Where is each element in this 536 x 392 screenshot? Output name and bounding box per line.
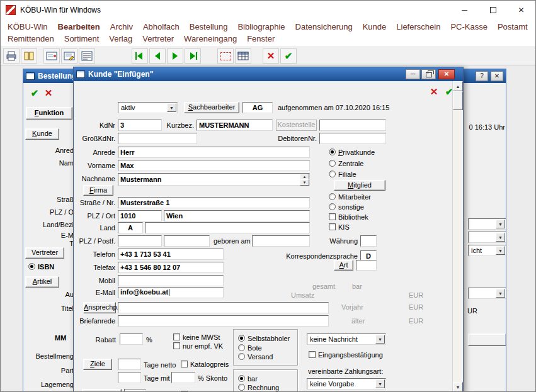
privatkunde-option[interactable]: Privatkunde xyxy=(329,148,375,156)
skonto-prozent-input[interactable] xyxy=(171,372,195,383)
dropdown-icon[interactable]: ▼ xyxy=(496,233,505,242)
menu-wareneingang[interactable]: Wareneingang xyxy=(179,34,242,43)
anrede-input[interactable] xyxy=(118,147,310,158)
menu-pc-kasse[interactable]: PC-Kasse xyxy=(445,22,493,31)
eingangsbestaetigung-option[interactable]: Eingangsbestätigung xyxy=(309,350,383,359)
ansprechpartner-button[interactable]: Ansprechp. xyxy=(83,302,116,313)
kis-option[interactable]: KIS xyxy=(329,223,350,231)
eingangsbestaetigung-checkbox[interactable] xyxy=(309,351,316,358)
menu-archiv[interactable]: Archiv xyxy=(105,22,138,31)
mitarbeiter-option[interactable]: Mitarbeiter xyxy=(329,193,371,201)
land-name-input[interactable] xyxy=(145,222,310,233)
menu-abholfach[interactable]: Abholfach xyxy=(138,22,185,31)
isbn-radio-option[interactable]: ISBN xyxy=(28,262,54,271)
customer-list-button[interactable] xyxy=(79,48,95,64)
keine-mwst-option[interactable]: keine MWSt xyxy=(173,333,220,341)
bestellung-combo-4[interactable]: ▼ xyxy=(468,288,506,299)
dropdown-icon[interactable]: ▼ xyxy=(375,379,385,388)
firma-button[interactable]: Firma xyxy=(83,185,113,196)
sonstige-option[interactable]: sonstige xyxy=(329,203,364,211)
versand-option[interactable]: Versand xyxy=(238,352,273,361)
keine-mwst-checkbox[interactable] xyxy=(173,333,180,340)
bestellung-help-button[interactable]: ? xyxy=(476,71,488,81)
scrollbar-thumb[interactable] xyxy=(453,91,463,110)
selbstabholer-option[interactable]: Selbstabholer xyxy=(238,334,290,342)
scroll-up-button[interactable]: ▲ xyxy=(453,81,463,91)
bestellung-combo-1[interactable]: ▼ xyxy=(468,218,506,230)
menu-bearbeiten[interactable]: Bearbeiten xyxy=(53,22,105,31)
bestellung-combo-2[interactable]: ▼ xyxy=(468,232,506,243)
menu-bestellung[interactable]: Bestellung xyxy=(185,22,233,31)
bar-option[interactable]: bar xyxy=(238,374,258,383)
cancel-button[interactable]: ✕ xyxy=(263,48,279,64)
sonstige-radio[interactable] xyxy=(329,203,336,210)
dialog-minimize-button[interactable]: ─ xyxy=(406,69,420,79)
nachname-input[interactable] xyxy=(118,173,310,186)
previous-record-button[interactable] xyxy=(149,48,166,64)
tage-skonto-input[interactable] xyxy=(118,372,141,383)
last-record-button[interactable] xyxy=(185,48,201,64)
mitglied-button[interactable]: Mitglied xyxy=(334,180,385,191)
scroll-down-button[interactable]: ▼ xyxy=(453,382,463,392)
zentrale-option[interactable]: Zentrale xyxy=(329,159,363,167)
menu-vertreter[interactable]: Vertreter xyxy=(137,34,179,43)
ort-input[interactable] xyxy=(164,210,310,221)
kis-checkbox[interactable] xyxy=(329,223,336,230)
catalog-button[interactable] xyxy=(21,48,37,64)
bestellung-button-fragment[interactable] xyxy=(468,333,506,346)
funktion-button[interactable]: Funktion xyxy=(26,107,72,120)
menu-remittenden[interactable]: Remittenden xyxy=(3,34,59,43)
strasse-input[interactable] xyxy=(118,197,310,208)
versandweg-button[interactable]: Versandweg xyxy=(82,389,122,392)
menu-rechnung[interactable]: Rechnung xyxy=(533,22,536,31)
maximize-button[interactable] xyxy=(479,1,507,20)
tage-netto-input[interactable] xyxy=(118,359,141,370)
plz-postf-input-1[interactable] xyxy=(118,235,162,247)
vertreter-button[interactable]: Vertreter xyxy=(25,247,64,259)
mobil-input[interactable] xyxy=(118,275,224,286)
sachbearbeiter-input[interactable] xyxy=(242,102,273,113)
rechnung-radio[interactable] xyxy=(238,384,245,391)
versand-radio[interactable] xyxy=(238,353,245,360)
plz-input[interactable] xyxy=(118,210,162,221)
email-field[interactable]: info@koebu.at xyxy=(118,287,224,298)
bibliothek-checkbox[interactable] xyxy=(329,213,336,220)
telefon-input[interactable] xyxy=(118,249,224,260)
dialog-restore-button[interactable] xyxy=(421,69,436,79)
bestellung-close-button[interactable]: ✕ xyxy=(491,71,503,81)
filiale-option[interactable]: Filiale xyxy=(329,170,356,178)
bibliothek-option[interactable]: Bibliothek xyxy=(329,213,368,221)
print-button[interactable] xyxy=(3,48,20,64)
nur-empf-vk-option[interactable]: nur empf. VK xyxy=(173,342,223,350)
kunde-button[interactable]: Kunde xyxy=(25,128,59,140)
privatkunde-radio[interactable] xyxy=(329,148,336,155)
art-input[interactable] xyxy=(356,260,377,271)
waehrung-input[interactable] xyxy=(360,235,377,247)
menu-bibliographie[interactable]: Bibliographie xyxy=(232,22,290,31)
kostenstelle-input[interactable] xyxy=(319,120,386,131)
geboren-am-input[interactable] xyxy=(252,235,310,247)
isbn-radio[interactable] xyxy=(28,263,35,270)
first-record-button[interactable] xyxy=(132,48,148,64)
ziele-button[interactable]: Ziele xyxy=(83,359,112,370)
vorgabe-combo[interactable]: keine Vorgabe ▼ xyxy=(307,378,386,389)
menu-datensicherung[interactable]: Datensicherung xyxy=(290,22,358,31)
nur-empf-vk-checkbox[interactable] xyxy=(173,342,180,349)
dialog-close-button[interactable]: ✕ xyxy=(438,69,455,79)
dropdown-icon[interactable]: ▼ xyxy=(496,220,505,228)
artikel-button[interactable]: Artikel xyxy=(25,276,59,288)
table-view-button[interactable] xyxy=(235,48,251,64)
dropdown-icon[interactable]: ▼ xyxy=(496,289,505,298)
katalogpreis-option[interactable]: Katalogpreis xyxy=(181,360,229,368)
bote-option[interactable]: Bote xyxy=(238,344,262,352)
debitorennr-input[interactable] xyxy=(319,133,386,144)
vorname-input[interactable] xyxy=(118,160,310,171)
dialog-cancel-icon[interactable]: ✕ xyxy=(428,86,440,99)
bote-radio[interactable] xyxy=(238,344,245,351)
art-button[interactable]: Art xyxy=(334,260,353,271)
confirm-button[interactable]: ✔ xyxy=(280,48,297,64)
menu-postamt[interactable]: Postamt xyxy=(493,22,533,31)
nachname-scroll-down[interactable]: ▼ xyxy=(300,179,309,186)
rechnung-option[interactable]: Rechnung xyxy=(238,383,279,391)
versandweg-input[interactable] xyxy=(124,389,146,392)
